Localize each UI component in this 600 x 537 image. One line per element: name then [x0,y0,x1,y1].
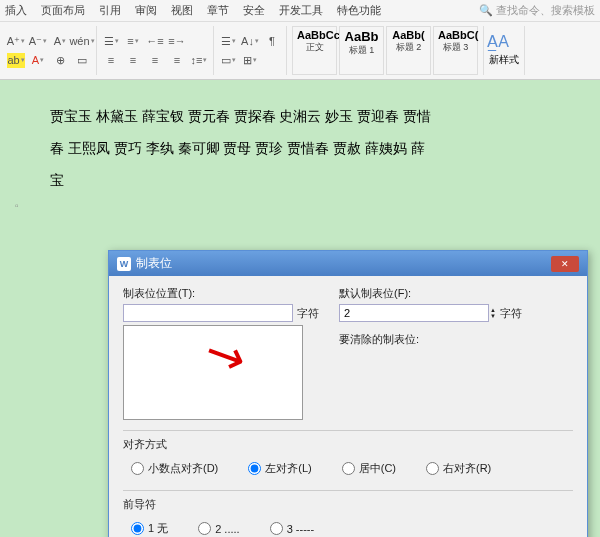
leader-1[interactable]: 1 无 [131,521,168,536]
default-input[interactable] [339,304,489,322]
align-right[interactable]: 右对齐(R) [426,461,491,476]
menu-devtools[interactable]: 开发工具 [279,3,323,18]
align-left-icon[interactable]: ≡ [102,53,120,68]
tab-stops-dialog: W 制表位 ✕ 制表位位置(T): 字符 ↘ 默认制表位(F): [108,250,588,537]
default-unit: 字符 [500,306,522,321]
style-h1[interactable]: AaBb标题 1 [339,26,384,75]
app-logo-icon: W [117,257,131,271]
font-color-icon[interactable]: A [29,53,47,68]
align-center-icon[interactable]: ≡ [124,53,142,68]
default-label: 默认制表位(F): [339,286,573,301]
decrease-indent-icon[interactable]: ←≡ [146,34,164,49]
page-icon: ▫ [15,200,29,214]
menu-view[interactable]: 视图 [171,3,193,18]
align-right-icon[interactable]: ≡ [146,53,164,68]
dialog-title: 制表位 [136,255,172,272]
shading-icon[interactable]: ▭ [219,53,237,68]
menu-review[interactable]: 审阅 [135,3,157,18]
menu-reference[interactable]: 引用 [99,3,121,18]
alignment-section: 对齐方式 [123,430,573,452]
style-body[interactable]: AaBbCc正文 [292,26,337,75]
position-unit: 字符 [297,306,319,321]
new-style-label: 新样式 [489,53,519,67]
clear-label: 要清除的制表位: [339,332,573,347]
align-left[interactable]: 左对齐(L) [248,461,311,476]
align-justify-icon[interactable]: ≡ [168,53,186,68]
reading-layout-icon[interactable]: ☰ [219,34,237,49]
font-decrease-icon[interactable]: A⁻ [29,34,47,49]
position-list[interactable]: ↘ [123,325,303,420]
change-case-icon[interactable]: A [51,34,69,49]
number-list-icon[interactable]: ≡ [124,34,142,49]
border-char-icon[interactable]: ▭ [73,53,91,68]
arrow-annotation: ↘ [194,320,254,388]
close-icon[interactable]: ✕ [551,256,579,272]
align-decimal[interactable]: 小数点对齐(D) [131,461,218,476]
leader-3[interactable]: 3 ----- [270,521,315,536]
position-label: 制表位位置(T): [123,286,323,301]
menu-section[interactable]: 章节 [207,3,229,18]
increase-indent-icon[interactable]: ≡→ [168,34,186,49]
show-marks-icon[interactable]: ¶ [263,34,281,49]
line-spacing-icon[interactable]: ↕≡ [190,53,208,68]
sort-icon[interactable]: A↓ [241,34,259,49]
leader-section: 前导符 [123,490,573,512]
document-text: 贾宝玉 林黛玉 薛宝钗 贾元春 贾探春 史湘云 妙玉 贾迎春 贾惜 春 王熙凤 … [50,100,550,197]
align-center[interactable]: 居中(C) [342,461,396,476]
new-style-icon[interactable]: A̲A [489,34,507,49]
search-input[interactable]: 🔍 查找命令、搜索模板 [479,3,595,18]
document-area[interactable]: ▫ 贾宝玉 林黛玉 薛宝钗 贾元春 贾探春 史湘云 妙玉 贾迎春 贾惜 春 王熙… [0,80,600,537]
border-icon[interactable]: ⊞ [241,53,259,68]
highlight-icon[interactable]: ab [7,53,25,68]
style-h3[interactable]: AaBbC(标题 3 [433,26,478,75]
ribbon: A⁺ A⁻ A wén ab A ⊕ ▭ ☰ ≡ ←≡ ≡→ ≡ ≡ ≡ ≡ ↕… [0,22,600,80]
circled-char-icon[interactable]: ⊕ [51,53,69,68]
menu-security[interactable]: 安全 [243,3,265,18]
style-h2[interactable]: AaBb(标题 2 [386,26,431,75]
position-input[interactable] [123,304,293,322]
pinyin-icon[interactable]: wén [73,34,91,49]
menu-insert[interactable]: 插入 [5,3,27,18]
leader-2[interactable]: 2 ..... [198,521,239,536]
bullet-list-icon[interactable]: ☰ [102,34,120,49]
font-increase-icon[interactable]: A⁺ [7,34,25,49]
menu-features[interactable]: 特色功能 [337,3,381,18]
menu-layout[interactable]: 页面布局 [41,3,85,18]
